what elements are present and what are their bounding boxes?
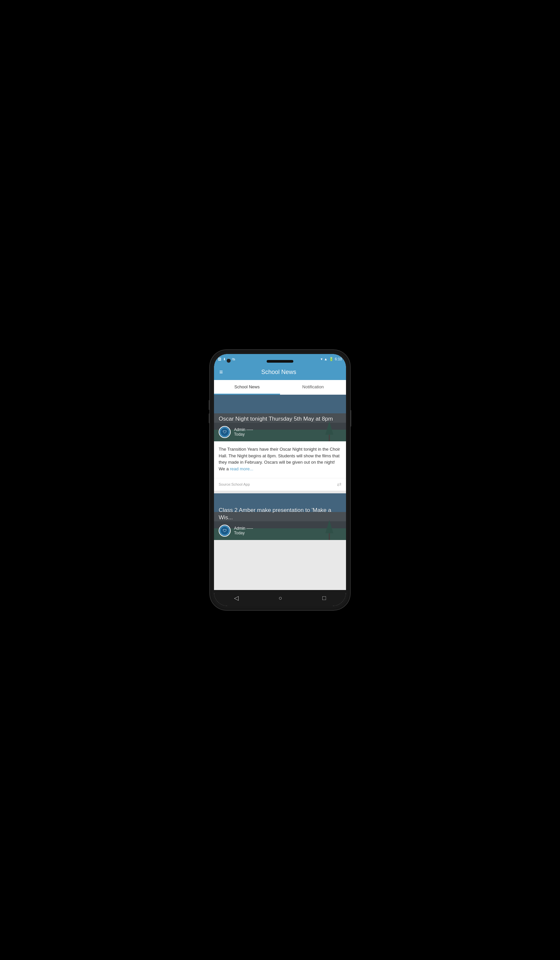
news-meta-2: 🛡 Admin ----- Today <box>219 525 341 537</box>
navigation-bar <box>214 590 346 606</box>
phone-screen: 🖼 ⬇ ⚠ 🛍 ▾ ▲ 🔋 6:10 ≡ School News <box>214 354 346 606</box>
read-more-link-1[interactable]: read more... <box>230 466 253 471</box>
news-footer-1: Source:School App ⇄ <box>214 478 346 491</box>
app-bar: ≡ School News <box>214 364 346 380</box>
clock: 6:10 <box>335 357 342 361</box>
front-camera <box>227 359 231 363</box>
news-meta-1: 🛡 Admin ----- Today <box>219 426 341 438</box>
tab-notification[interactable]: Notification <box>280 380 346 395</box>
image-icon: 🖼 <box>218 357 221 361</box>
phone-device: 🖼 ⬇ ⚠ 🛍 ▾ ▲ 🔋 6:10 ≡ School News <box>210 350 350 610</box>
app-title: School News <box>228 369 329 376</box>
back-button[interactable] <box>229 592 244 604</box>
news-title-2: Class 2 Amber make presentation to 'Make… <box>219 507 341 521</box>
avatar-1: 🛡 <box>219 426 231 438</box>
news-header-content-2: Class 2 Amber make presentation to 'Make… <box>214 503 346 540</box>
share-icon-1[interactable]: ⇄ <box>337 481 341 487</box>
news-body-1: The Transition Years have their Oscar Ni… <box>214 441 346 475</box>
wifi-icon: ▾ <box>321 357 323 361</box>
app-screen: 🖼 ⬇ ⚠ 🛍 ▾ ▲ 🔋 6:10 ≡ School News <box>214 354 346 606</box>
school-crest-icon-2: 🛡 <box>222 528 227 533</box>
news-source-1: Source:School App <box>219 482 250 486</box>
news-text-1: The Transition Years have their Oscar Ni… <box>219 446 341 472</box>
news-header-content-1: Oscar Night tonight Thursday 5th May at … <box>214 412 346 441</box>
news-card-1: Oscar Night tonight Thursday 5th May at … <box>214 395 346 491</box>
avatar-inner-2: 🛡 <box>220 526 229 535</box>
avatar-2: 🛡 <box>219 525 231 537</box>
author-name-2: Admin ----- <box>234 526 253 531</box>
content-area: Oscar Night tonight Thursday 5th May at … <box>214 395 346 590</box>
download-icon: ⬇ <box>223 357 226 361</box>
news-card-2: Class 2 Amber make presentation to 'Make… <box>214 493 346 540</box>
home-button[interactable] <box>274 592 288 604</box>
recent-apps-button[interactable] <box>317 592 331 604</box>
tab-bar: School News Notification <box>214 380 346 395</box>
volume-down-button[interactable] <box>209 413 210 423</box>
bag-icon: 🛍 <box>232 357 235 361</box>
battery-icon: 🔋 <box>329 357 334 361</box>
earpiece-speaker <box>267 360 293 363</box>
news-header-bg-2[interactable]: Class 2 Amber make presentation to 'Make… <box>214 493 346 540</box>
news-author-1: Admin ----- Today <box>234 427 253 437</box>
volume-up-button[interactable] <box>209 400 210 410</box>
signal-icon: ▲ <box>324 357 328 361</box>
news-date-1: Today <box>234 432 253 437</box>
tab-school-news[interactable]: School News <box>214 380 280 395</box>
news-header-bg-1[interactable]: Oscar Night tonight Thursday 5th May at … <box>214 395 346 441</box>
hamburger-menu-icon[interactable]: ≡ <box>219 369 223 376</box>
status-icons-right: ▾ ▲ 🔋 6:10 <box>321 357 342 361</box>
author-name-1: Admin ----- <box>234 427 253 432</box>
power-button[interactable] <box>350 410 351 427</box>
news-date-2: Today <box>234 531 253 535</box>
avatar-inner-1: 🛡 <box>220 427 229 437</box>
news-author-2: Admin ----- Today <box>234 526 253 535</box>
school-crest-icon: 🛡 <box>222 430 227 434</box>
news-title-1: Oscar Night tonight Thursday 5th May at … <box>219 415 341 423</box>
